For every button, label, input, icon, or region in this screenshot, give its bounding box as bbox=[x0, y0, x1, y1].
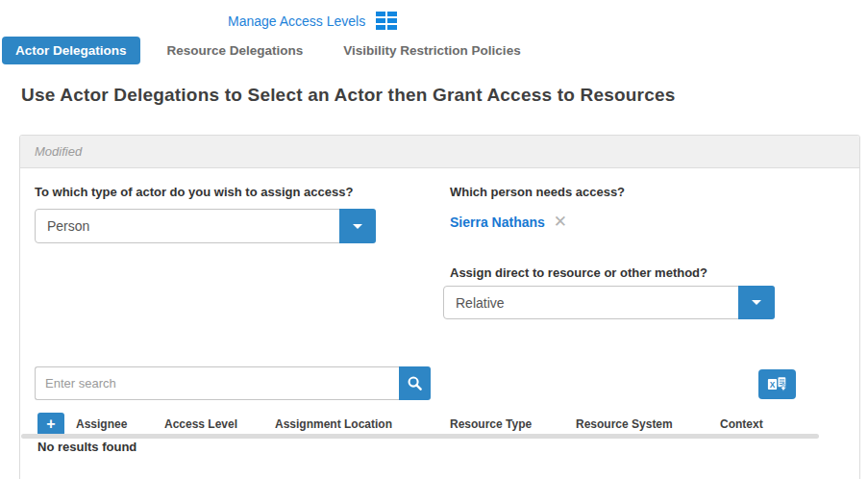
remove-person-icon[interactable]: ✕ bbox=[554, 214, 567, 230]
assign-method-select[interactable]: Relative bbox=[443, 286, 775, 319]
empty-results-message: No results found bbox=[37, 440, 136, 454]
excel-export-icon: X bbox=[767, 375, 788, 393]
selected-person-row: Sierra Nathans ✕ bbox=[450, 214, 567, 230]
add-row-button[interactable]: + bbox=[37, 413, 64, 436]
chevron-down-icon bbox=[752, 300, 761, 305]
panel-status-header: Modified bbox=[20, 136, 859, 168]
tab-actor-delegations[interactable]: Actor Delegations bbox=[2, 37, 140, 64]
search-icon bbox=[407, 375, 423, 391]
actor-type-dropdown-button[interactable] bbox=[339, 209, 376, 243]
column-header-assignee[interactable]: Assignee bbox=[76, 417, 127, 431]
top-link-row: Manage Access Levels bbox=[228, 12, 397, 30]
status-modified-label: Modified bbox=[35, 144, 82, 159]
column-header-context[interactable]: Context bbox=[720, 417, 763, 431]
person-needs-access-label: Which person needs access? bbox=[450, 185, 625, 199]
page-title: Use Actor Delegations to Select an Actor… bbox=[21, 85, 675, 106]
search-row bbox=[35, 366, 431, 400]
column-header-access-level[interactable]: Access Level bbox=[164, 417, 237, 431]
svg-text:X: X bbox=[769, 381, 775, 390]
actor-type-label: To which type of actor do you wish to as… bbox=[35, 185, 353, 199]
chevron-down-icon bbox=[353, 224, 362, 229]
search-input[interactable] bbox=[35, 366, 399, 400]
selected-person-link[interactable]: Sierra Nathans bbox=[450, 214, 545, 230]
horizontal-scrollbar[interactable] bbox=[21, 434, 819, 439]
tab-resource-delegations[interactable]: Resource Delegations bbox=[154, 37, 317, 64]
column-header-resource-system[interactable]: Resource System bbox=[576, 417, 673, 431]
assign-method-label: Assign direct to resource or other metho… bbox=[450, 265, 707, 280]
manage-access-levels-link[interactable]: Manage Access Levels bbox=[228, 13, 365, 29]
actor-delegations-panel: Modified To which type of actor do you w… bbox=[19, 135, 860, 479]
tab-visibility-restriction-policies[interactable]: Visibility Restriction Policies bbox=[330, 37, 533, 64]
tab-bar: Actor Delegations Resource Delegations V… bbox=[2, 37, 534, 64]
actor-type-selected-value: Person bbox=[36, 210, 339, 242]
column-header-assignment-location[interactable]: Assignment Location bbox=[275, 417, 392, 431]
assign-method-dropdown-button[interactable] bbox=[738, 286, 775, 319]
search-button[interactable] bbox=[399, 366, 431, 400]
actor-type-select[interactable]: Person bbox=[35, 209, 376, 243]
column-header-resource-type[interactable]: Resource Type bbox=[450, 417, 532, 431]
grid-view-icon[interactable] bbox=[376, 12, 397, 30]
assign-method-selected-value: Relative bbox=[444, 287, 738, 318]
export-excel-button[interactable]: X bbox=[758, 369, 796, 399]
